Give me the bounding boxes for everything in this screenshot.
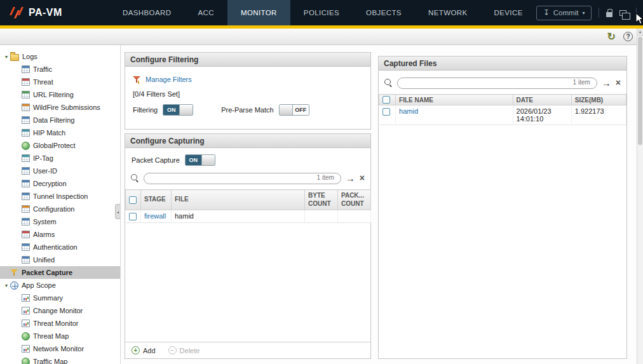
- col-date[interactable]: DATE: [513, 95, 571, 105]
- divider: [636, 8, 637, 18]
- captured-file-row[interactable]: hamid 2026/01/23 14:01:10 1.922173: [379, 105, 626, 125]
- sidebar-item[interactable]: Configuration: [0, 203, 120, 215]
- apply-filter-arrow-icon[interactable]: →: [346, 173, 355, 183]
- sidebar-item[interactable]: User-ID: [0, 165, 120, 177]
- filtering-toggle[interactable]: ON: [163, 104, 193, 116]
- topbar-actions: ↧ Commit ▾: [536, 0, 643, 25]
- manage-filters-link[interactable]: Manage Filters: [146, 76, 192, 83]
- capture-search-input[interactable]: [144, 173, 341, 184]
- row-checkbox[interactable]: [129, 213, 137, 220]
- sidebar-item[interactable]: Change Monitor: [0, 304, 120, 317]
- nav-tab[interactable]: OBJECTS: [353, 0, 415, 25]
- nav-tab[interactable]: POLICIES: [290, 0, 353, 25]
- captured-files-table: FILE NAME DATE SIZE(MB) hamid 2026/01/23…: [379, 94, 626, 125]
- sidebar-item[interactable]: Alarms: [0, 228, 120, 241]
- main-panel-area: Configure Filtering Manage Filters [0/4 …: [121, 45, 637, 364]
- col-byte-count[interactable]: BYTECOUNT: [305, 190, 338, 210]
- col-packet-count[interactable]: PACK...COUNT: [338, 190, 371, 210]
- preparse-toggle[interactable]: OFF: [279, 104, 309, 116]
- toggle-knob: [179, 105, 193, 115]
- summary-icon: [22, 294, 30, 302]
- authentication-icon: [22, 243, 30, 251]
- sidebar-item[interactable]: Network Monitor: [0, 342, 120, 355]
- packet-capture-icon: [10, 269, 18, 276]
- configuration-icon: [22, 205, 30, 213]
- delete-button[interactable]: − Delete: [168, 346, 200, 354]
- task-manager-icon[interactable]: [619, 10, 626, 16]
- nav-tab[interactable]: DEVICE: [481, 0, 536, 25]
- item-count-badge: 1 item: [317, 174, 334, 181]
- sidebar-item[interactable]: Tunnel Inspection: [0, 190, 120, 203]
- vertical-scrollbar[interactable]: ▲: [637, 29, 643, 364]
- capture-stage-row[interactable]: firewall hamid: [126, 210, 371, 223]
- apply-filter-arrow-icon[interactable]: →: [602, 78, 611, 88]
- filtering-label: Filtering: [133, 106, 158, 114]
- sidebar-item[interactable]: Threat Monitor: [0, 317, 120, 330]
- sidebar-item[interactable]: Traffic: [0, 63, 120, 76]
- threat-logs-icon: [22, 78, 30, 86]
- sidebar-item[interactable]: System: [0, 215, 120, 228]
- panel-title: Configure Capturing: [125, 134, 370, 148]
- decryption-icon: [22, 180, 30, 187]
- sidebar-item[interactable]: WildFire Submissions: [0, 101, 120, 114]
- sidebar-item[interactable]: Summary: [0, 292, 120, 304]
- config-locks-icon[interactable]: [606, 12, 613, 17]
- sidebar-item[interactable]: URL Filtering: [0, 88, 120, 101]
- sidebar-item[interactable]: ▾ App Scope: [0, 279, 120, 292]
- select-all-checkbox[interactable]: [382, 96, 390, 104]
- scrollbar-thumb[interactable]: [638, 37, 642, 145]
- sidebar-item[interactable]: Unified: [0, 253, 120, 266]
- panel-title: Captured Files: [379, 57, 626, 71]
- col-stage[interactable]: STAGE: [141, 190, 172, 210]
- panel-title: Configure Filtering: [125, 53, 370, 67]
- col-file-name[interactable]: FILE NAME: [396, 95, 513, 105]
- col-size-mb[interactable]: SIZE(MB): [571, 95, 626, 105]
- commit-button[interactable]: ↧ Commit ▾: [536, 6, 592, 20]
- nav-tab[interactable]: MONITOR: [227, 0, 290, 25]
- help-icon[interactable]: ?: [623, 32, 633, 41]
- select-all-checkbox[interactable]: [129, 196, 137, 204]
- packet-capture-toggle[interactable]: ON: [185, 154, 215, 166]
- captured-files-search-input[interactable]: [397, 78, 597, 89]
- scroll-up-icon[interactable]: ▲: [637, 29, 643, 36]
- size-cell: 1.922173: [571, 105, 626, 125]
- toggle-knob: [280, 105, 293, 115]
- file-name-link[interactable]: hamid: [399, 107, 418, 115]
- sidebar-item[interactable]: GlobalProtect: [0, 139, 120, 152]
- sidebar-item[interactable]: Decryption: [0, 177, 120, 190]
- sidebar-item[interactable]: Traffic Map: [0, 355, 120, 364]
- expander-icon[interactable]: ▾: [3, 283, 10, 288]
- configure-filtering-panel: Configure Filtering Manage Filters [0/4 …: [125, 52, 371, 130]
- sidebar-item[interactable]: Threat Map: [0, 330, 120, 342]
- filters-set-label: [0/4 Filters Set]: [133, 90, 370, 98]
- product-title: PA-VM: [29, 7, 62, 18]
- select-all-header: [379, 95, 396, 105]
- sidebar-item[interactable]: Threat: [0, 76, 120, 88]
- configure-capturing-panel: Configure Capturing Packet Capture ON 1 …: [125, 133, 371, 359]
- sidebar-item[interactable]: IP-Tag: [0, 152, 120, 165]
- nav-tab[interactable]: ACC: [184, 0, 227, 25]
- divider: [599, 8, 599, 18]
- manage-filters-icon: [133, 76, 141, 83]
- sidebar-item[interactable]: HIP Match: [0, 126, 120, 139]
- stage-link[interactable]: firewall: [144, 212, 166, 220]
- unified-icon: [22, 256, 30, 264]
- clear-filter-icon[interactable]: ×: [360, 173, 365, 182]
- sidebar-item[interactable]: Data Filtering: [0, 114, 120, 126]
- sidebar-tree: ▾ Logs Traffic Threat URL Fi: [0, 50, 120, 364]
- sidebar-collapse-handle[interactable]: ◂: [115, 204, 120, 219]
- clear-filter-icon[interactable]: ×: [616, 78, 621, 87]
- add-button[interactable]: + Add: [132, 346, 156, 354]
- captured-files-panel: Captured Files 1 item → × FILE: [378, 56, 627, 359]
- nav-tab[interactable]: DASHBOARD: [109, 0, 184, 25]
- pa-vm-screen: PA-VM DASHBOARD ACC MONITOR POLICIES OBJ…: [0, 0, 643, 364]
- sidebar-item[interactable]: Packet Capture: [0, 266, 120, 279]
- sidebar-item[interactable]: ▾ Logs: [0, 50, 120, 63]
- traffic-logs-icon: [22, 65, 30, 73]
- nav-tab[interactable]: NETWORK: [415, 0, 481, 25]
- sidebar-item[interactable]: Authentication: [0, 241, 120, 253]
- row-checkbox[interactable]: [382, 108, 390, 116]
- col-file[interactable]: FILE: [172, 190, 305, 210]
- refresh-icon[interactable]: ↻: [607, 32, 616, 42]
- expander-icon[interactable]: ▾: [3, 54, 10, 60]
